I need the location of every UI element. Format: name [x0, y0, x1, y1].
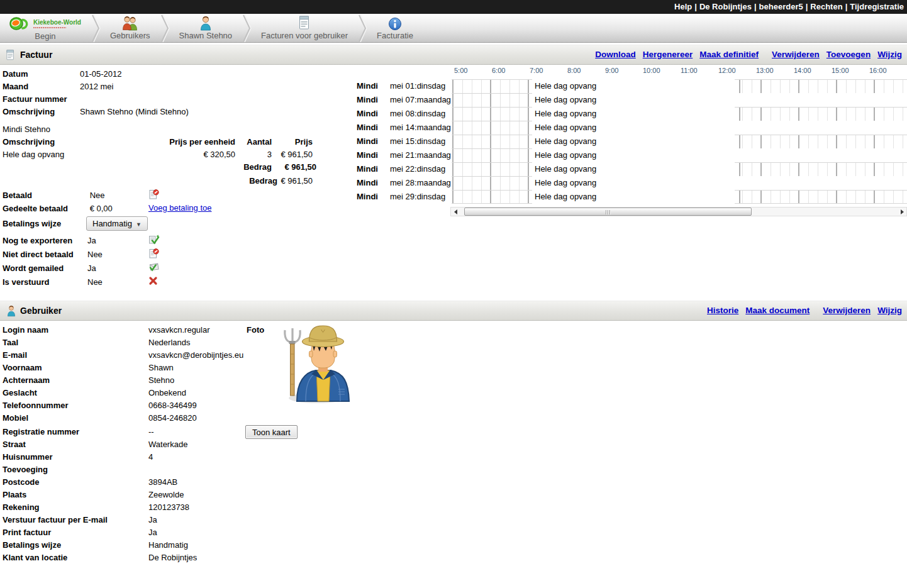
timeline-grid-afternoon — [735, 162, 907, 176]
timeline-grid-afternoon — [735, 107, 907, 121]
invoice-action-verwijderen[interactable]: Verwijderen — [772, 50, 820, 59]
invoice-actions: DownloadHergenereerMaak definitiefVerwij… — [588, 45, 902, 64]
schedule-row-mei-14-maandag: Mindimei 14:maandagHele dag opvang — [355, 121, 907, 135]
field-value: 0668-346499 — [148, 401, 197, 410]
user-field-telefoonnummer: Telefoonnummer0668-346499 — [3, 401, 197, 413]
user-section-header: Gebruiker HistorieMaak documentVerwijder… — [0, 301, 907, 321]
breadcrumb-item-begin[interactable]: Kiekeboe-World Begin — [0, 14, 91, 42]
user-action-verwijderen[interactable]: Verwijderen — [823, 306, 871, 315]
scrollbar-thumb[interactable] — [464, 208, 752, 216]
field-value: Handmatig — [148, 540, 188, 550]
breadcrumb-item-gebruikers[interactable]: Gebruikers — [101, 14, 160, 42]
payment-method-dropdown[interactable]: Handmatig▼ — [86, 216, 148, 231]
timeline-grid-morning — [452, 79, 532, 93]
schedule-activity: Hele dag opvang — [535, 178, 596, 187]
user-icon — [6, 304, 17, 319]
timeline-grid-afternoon — [735, 190, 907, 204]
field-value: Stehno — [148, 375, 174, 385]
scrollbar-left-arrow[interactable] — [451, 208, 460, 216]
field-label: Betalings wijze — [3, 540, 148, 550]
invoice-action-download[interactable]: Download — [595, 50, 636, 59]
topbar-link-de-robijntjes[interactable]: De Robijntjes — [699, 2, 752, 11]
field-label: Toevoeging — [3, 465, 148, 474]
field-label: Telefoonnummer — [3, 401, 148, 410]
schedule-row-mei-22-dinsdag: Mindimei 22:dinsdagHele dag opvang — [355, 162, 907, 176]
user-field-taal: TaalNederlands — [3, 338, 191, 350]
status-value: Ja — [87, 263, 96, 273]
topbar-link-rechten[interactable]: Rechten — [810, 2, 842, 11]
schedule-date: mei 28:maandag — [390, 178, 451, 187]
schedule-date: mei 22:dinsdag — [390, 164, 445, 174]
cross-icon[interactable] — [148, 276, 158, 286]
timeline-grid-morning — [452, 107, 532, 121]
items-header-quantity: Aantal — [235, 137, 272, 150]
export-check-icon[interactable] — [148, 235, 160, 245]
field-value: Nederlands — [148, 338, 191, 347]
photo-label: Foto — [247, 325, 264, 335]
schedule-date: mei 29:dinsdag — [390, 192, 445, 201]
field-label: E-mail — [3, 350, 148, 360]
breadcrumb-item-facturatie[interactable]: Facturatie — [367, 14, 423, 42]
breadcrumb-separator — [160, 14, 170, 42]
field-label: Plaats — [3, 490, 148, 499]
topbar-link-beheerder5[interactable]: beheerder5 — [759, 2, 803, 11]
timeline-scrollbar[interactable] — [450, 207, 907, 216]
field-label: Achternaam — [3, 375, 148, 385]
status-label: Nog te exporteren — [3, 236, 87, 245]
breadcrumb-item-facturen-voor-gebruiker[interactable]: Facturen voor gebruiker — [252, 14, 357, 42]
items-header-unit-price: Prijs per eenheid — [160, 137, 235, 150]
field-value: -- — [148, 427, 154, 436]
topbar-separator: | — [694, 2, 697, 11]
total-label: Bedrag — [235, 176, 277, 189]
items-header-price: Prijs — [275, 137, 313, 150]
schedule-row-mei-28-maandag: Mindimei 28:maandagHele dag opvang — [355, 176, 907, 190]
user-action-maak-document[interactable]: Maak document — [745, 306, 810, 315]
field-label: Verstuur factuur per E-mail — [3, 515, 148, 524]
user-field-betalings-wijze: Betalings wijzeHandmatig — [3, 540, 188, 553]
paid-label: Betaald — [3, 191, 87, 200]
invoice-section-title: Factuur — [20, 45, 52, 64]
invoice-icon — [6, 49, 15, 64]
field-value: 0854-246820 — [148, 413, 197, 423]
breadcrumb-separator — [91, 14, 101, 42]
breadcrumb-item-shawn-stehno[interactable]: Shawn Stehno — [170, 14, 242, 42]
mail-check-icon[interactable] — [148, 262, 160, 272]
schedule-activity: Hele dag opvang — [535, 192, 596, 201]
document-blocked-icon[interactable] — [148, 248, 159, 259]
invoice-child-name: Mindi Stehno — [3, 125, 50, 137]
hour-label-5-00: 5:00 — [454, 67, 467, 74]
schedule-row-mei-01-dinsdag: Mindimei 01:dinsdagHele dag opvang — [355, 79, 907, 93]
field-label: Huisnummer — [3, 452, 148, 462]
invoice-action-wijzig[interactable]: Wijzig — [877, 50, 902, 59]
timeline-grid-afternoon — [735, 79, 907, 93]
user-field-verstuur-factuur-per-e-mail: Verstuur factuur per E-mailJa — [3, 515, 157, 528]
schedule-activity: Hele dag opvang — [535, 150, 596, 160]
schedule-child-name: Mindi — [357, 81, 378, 91]
breadcrumb-label: Facturen voor gebruiker — [261, 31, 348, 40]
user-field-voornaam: VoornaamShawn — [3, 363, 174, 375]
status-row-niet-direct-betaald: Niet direct betaaldNee — [3, 250, 103, 262]
schedule-row-mei-08-dinsdag: Mindimei 08:dinsdagHele dag opvang — [355, 107, 907, 121]
timeline-grid-morning — [452, 190, 532, 204]
invoice-action-maak-definitief[interactable]: Maak definitief — [699, 50, 759, 59]
schedule-activity: Hele dag opvang — [535, 123, 596, 132]
user-field-achternaam: AchternaamStehno — [3, 375, 174, 388]
schedule-date: mei 08:dinsdag — [390, 109, 445, 118]
field-label: Registratie nummer — [3, 427, 148, 436]
user-action-historie[interactable]: Historie — [707, 306, 738, 315]
invoice-action-toevoegen[interactable]: Toevoegen — [826, 50, 871, 59]
partial-paid-row: Gedeelte betaald € 0,00 Voeg betaling to… — [3, 204, 113, 216]
document-blocked-icon[interactable] — [148, 189, 159, 200]
user-field-login-naam: Login naamvxsavkcn.regular — [3, 325, 210, 338]
show-map-button[interactable]: Toon kaart — [245, 425, 298, 439]
scrollbar-right-arrow[interactable] — [898, 208, 906, 216]
topbar-link-help[interactable]: Help — [674, 2, 692, 11]
invoice-action-hergenereer[interactable]: Hergenereer — [643, 50, 693, 59]
item-description: Hele dag opvang — [3, 150, 64, 162]
paid-row: Betaald Nee — [3, 191, 104, 203]
topbar-link-tijdregistratie[interactable]: Tijdregistratie — [850, 2, 904, 11]
field-value: 3894AB — [148, 477, 177, 487]
add-payment-link[interactable]: Voeg betaling toe — [148, 203, 211, 213]
schedule-child-name: Mindi — [357, 164, 378, 174]
user-action-wijzig[interactable]: Wijzig — [877, 306, 902, 315]
